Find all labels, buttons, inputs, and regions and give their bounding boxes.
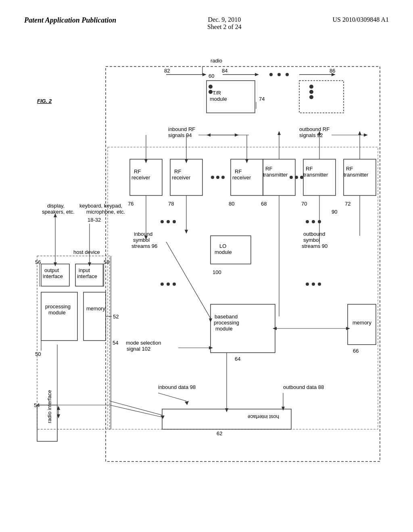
display-speakers-label2: speakers, etc. — [42, 209, 75, 215]
svg-marker-56 — [185, 230, 188, 234]
keyboard-label: keyboard, keypad, — [79, 203, 122, 209]
ref-74: 74 — [259, 96, 265, 102]
ref-90: 90 — [332, 209, 337, 215]
patent-diagram: FIG. 2 radio 60 82 84 — [25, 54, 388, 498]
baseband-label2: processing — [214, 320, 239, 326]
tr-module-label: T/R — [213, 90, 221, 96]
ref-62: 62 — [217, 430, 222, 436]
svg-line-73 — [158, 393, 186, 401]
svg-point-58 — [167, 220, 170, 223]
svg-marker-94 — [54, 262, 57, 266]
outbound-rf-label: outbound RF — [299, 126, 330, 132]
svg-marker-21 — [206, 133, 211, 137]
svg-marker-80 — [225, 408, 228, 412]
svg-marker-76 — [209, 346, 213, 349]
outbound-symbol-label3: streams 90 — [302, 243, 327, 249]
ref-80: 80 — [229, 201, 234, 207]
svg-point-27 — [211, 176, 214, 179]
rf-tx-70-label2: transmitter — [303, 172, 328, 178]
lo-module-label2: module — [215, 249, 232, 255]
radio-ref-60: 60 — [209, 73, 214, 79]
svg-point-70 — [312, 283, 315, 286]
tr-module-label2: module — [210, 96, 227, 102]
figure-label: FIG. 2 — [37, 98, 52, 104]
outbound-symbol-label2: symbol — [303, 237, 320, 243]
header-center: Dec. 9, 2010 Sheet 2 of 24 — [207, 16, 242, 31]
radio-interface-label: radio interface — [46, 390, 52, 423]
ref-70: 70 — [301, 201, 307, 207]
mode-selection-label2: signal 102 — [127, 346, 150, 352]
svg-point-57 — [161, 220, 164, 223]
host-device-label: host device — [73, 249, 100, 255]
patent-page: Patent Application Publication Dec. 9, 2… — [0, 0, 413, 532]
svg-marker-42 — [245, 159, 248, 163]
svg-point-7 — [286, 73, 289, 76]
ref-100: 100 — [213, 269, 221, 275]
rf-receiver-80-label2: receiver — [232, 175, 251, 181]
svg-point-65 — [318, 220, 321, 223]
memory-66-label: memory — [353, 320, 371, 326]
baseband-label3: module — [215, 326, 233, 332]
input-interface-label: input — [79, 267, 90, 273]
svg-line-103 — [110, 401, 162, 415]
svg-point-29 — [221, 176, 225, 179]
radio-ref: 54 — [34, 402, 40, 408]
rf-tx-72-label2: transmitter — [344, 172, 369, 178]
processing-module-label2: module — [48, 310, 66, 316]
svg-line-51 — [166, 242, 211, 318]
svg-point-69 — [306, 283, 309, 286]
svg-point-33 — [290, 176, 293, 179]
rf-receiver-76-label2: receiver — [131, 175, 150, 181]
patent-number: US 2010/0309848 A1 — [332, 16, 389, 23]
ref-52: 52 — [113, 314, 119, 320]
keyboard-label2: microphone, etc. — [86, 209, 125, 215]
svg-rect-89 — [83, 292, 106, 341]
svg-point-59 — [173, 220, 176, 223]
ref-56: 56 — [35, 259, 41, 265]
svg-marker-4 — [255, 73, 259, 76]
input-interface-label2: interface — [77, 273, 97, 279]
svg-point-28 — [216, 176, 219, 179]
svg-point-68 — [173, 283, 176, 286]
lo-module-label: LO — [219, 243, 226, 249]
sheet-info: Sheet 2 of 24 — [207, 23, 242, 31]
svg-point-63 — [306, 220, 309, 223]
ref-58: 58 — [104, 259, 109, 265]
svg-rect-87 — [41, 292, 77, 341]
inbound-data-label: inbound data 98 — [158, 384, 196, 390]
output-interface-label2: interface — [43, 273, 63, 279]
rf-receiver-80-label: RF — [235, 168, 242, 175]
mode-selection-label: mode selection — [126, 340, 161, 346]
svg-marker-52 — [209, 318, 212, 322]
inbound-symbol-label: inbound — [134, 231, 152, 237]
publication-title: Patent Application Publication — [24, 16, 116, 25]
date: Dec. 9, 2010 — [207, 16, 242, 23]
inbound-rf-label2: signals 94 — [168, 132, 192, 138]
display-speakers-label: display, — [47, 203, 65, 209]
svg-point-64 — [312, 220, 315, 223]
svg-marker-23 — [364, 133, 368, 137]
ref-72: 72 — [345, 201, 350, 207]
outbound-data-label: outbound data 88 — [283, 384, 324, 390]
ref-18-32: 18-32 — [88, 217, 101, 223]
ref-76: 76 — [128, 201, 133, 207]
svg-marker-78 — [282, 407, 285, 411]
ref-50: 50 — [35, 351, 41, 357]
svg-marker-74 — [185, 401, 189, 405]
rf-receiver-76-label: RF — [134, 168, 141, 175]
svg-point-34 — [295, 176, 298, 179]
baseband-label: baseband — [215, 314, 238, 320]
rf-tx-68-label2: transmitter — [263, 172, 288, 178]
output-interface-label: output — [44, 267, 59, 273]
processing-module-label: processing — [45, 303, 71, 310]
ref-68: 68 — [261, 201, 267, 207]
svg-point-35 — [300, 176, 303, 179]
rf-receiver-78-label2: receiver — [172, 175, 191, 181]
ref-66: 66 — [353, 348, 359, 354]
svg-point-14 — [309, 85, 313, 89]
svg-marker-97 — [88, 262, 91, 266]
svg-point-6 — [277, 73, 281, 76]
svg-point-12 — [209, 85, 213, 89]
rf-receiver-78-label: RF — [174, 168, 181, 175]
svg-rect-24 — [108, 147, 378, 429]
